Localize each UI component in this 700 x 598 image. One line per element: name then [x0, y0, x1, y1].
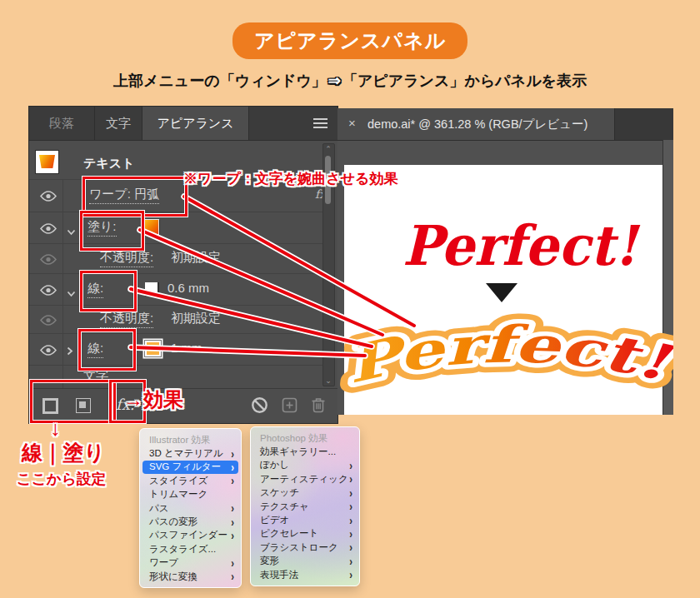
submenu-arrow-icon: ›	[349, 459, 352, 471]
submenu-arrow-icon: ›	[231, 461, 234, 473]
opacity-link[interactable]: 不透明度:	[100, 250, 153, 267]
submenu-arrow-icon: ›	[349, 541, 352, 554]
panel-tabbar: 段落 文字 アピアランス	[29, 107, 338, 141]
menu-item-convert-shape[interactable]: 形状に変換›	[140, 570, 241, 583]
document-tab-title: demo.ai* @ 361.28 % (RGB/プレビュー)	[368, 117, 588, 132]
arrow-right-icon: ⇒	[327, 72, 342, 89]
row-opacity[interactable]: 不透明度: 初期設定	[29, 305, 323, 334]
menu-item-texture[interactable]: テクスチャ›	[251, 500, 359, 513]
submenu-arrow-icon: ›	[231, 475, 234, 487]
stroke-width-value: 0.6 mm	[168, 281, 209, 295]
highlight-box-stroke2	[78, 329, 136, 371]
stroke-fill-note: 線｜塗り	[22, 439, 105, 466]
submenu-arrow-icon: ›	[349, 514, 352, 526]
menu-item-pixelate[interactable]: ピクセレート›	[251, 527, 359, 541]
menu-item-svg-filter[interactable]: SVG フィルター›	[142, 461, 238, 474]
eye-icon[interactable]	[40, 222, 57, 237]
submenu-arrow-icon: ›	[231, 516, 234, 528]
trash-icon[interactable]	[311, 396, 326, 416]
submenu-arrow-icon: ›	[231, 529, 234, 541]
row-stroke-2[interactable]: 線: 1 mm	[29, 333, 323, 366]
submenu-arrow-icon: ›	[349, 569, 352, 581]
menu-item-blur[interactable]: ぼかし›	[251, 459, 359, 472]
menu-item-path[interactable]: パス›	[140, 501, 241, 515]
submenu-arrow-icon: ›	[349, 555, 352, 567]
submenu-arrow-icon: ›	[231, 447, 234, 460]
object-title: テキスト	[83, 156, 134, 172]
tab-character[interactable]: 文字	[95, 107, 142, 140]
menu-item-video[interactable]: ビデオ›	[251, 513, 359, 526]
eye-icon[interactable]	[40, 344, 57, 359]
menu-item-distort[interactable]: 変形›	[251, 555, 359, 568]
highlight-box-stroke1	[80, 271, 137, 311]
chevron-right-icon[interactable]	[67, 344, 73, 359]
eye-icon-dim[interactable]	[40, 314, 57, 329]
tab-appearance[interactable]: アピアランス	[142, 107, 249, 140]
document-tab[interactable]: × demo.ai* @ 361.28 % (RGB/プレビュー)	[338, 108, 615, 140]
submenu-arrow-icon: ›	[349, 486, 352, 499]
menu-item-rasterize[interactable]: ラスタライズ...	[140, 542, 241, 556]
submenu-arrow-icon: ›	[349, 473, 352, 486]
opacity-value: 初期設定	[171, 311, 221, 326]
highlight-box-fill	[80, 211, 144, 251]
subtitle-post: 「アピアランス」からパネルを表示	[342, 72, 587, 89]
submenu-arrow-icon: ›	[349, 527, 352, 540]
menu-item-pathfinder[interactable]: パスファインダー›	[140, 529, 241, 542]
chevron-down-icon[interactable]	[67, 224, 76, 239]
menu-item-brush-strokes[interactable]: ブラシストローク›	[251, 541, 359, 554]
photoshop-effects-menu: Photoshop 効果 効果ギャラリー... ぼかし› アーティスティック› …	[250, 426, 360, 586]
appearance-panel: 段落 文字 アピアランス テキスト ワープ: 円弧 fx	[29, 107, 338, 423]
scroll-up-icon[interactable]: ⌃	[324, 145, 332, 153]
object-thumbnail	[36, 151, 58, 173]
stroke-width-value: 1 mm	[171, 341, 202, 355]
stroke-color-swatch[interactable]	[145, 282, 158, 295]
row-opacity[interactable]: 不透明度: 初期設定	[29, 243, 323, 274]
document-window: × demo.ai* @ 361.28 % (RGB/プレビュー)	[338, 108, 673, 415]
fill-color-swatch[interactable]	[144, 220, 158, 234]
menu-item-distort-path[interactable]: パスの変形›	[140, 515, 241, 528]
artboard	[344, 165, 662, 415]
menu-header: Illustrator 効果	[140, 433, 241, 446]
menu-item-effect-gallery[interactable]: 効果ギャラリー...	[251, 445, 359, 458]
scroll-down-icon[interactable]: ⌄	[324, 376, 332, 385]
menu-item-3d[interactable]: 3D とマテリアル›	[140, 446, 241, 460]
subtitle: 上部メニューの「ウィンドウ」⇒「アピアランス」からパネルを表示	[0, 71, 700, 91]
effect-note: →効果	[123, 386, 183, 413]
subtitle-pre: 上部メニューの「ウィンドウ」	[113, 72, 327, 89]
close-icon[interactable]: ×	[348, 116, 356, 130]
highlight-box-stroke-fill-buttons	[30, 380, 116, 423]
eye-icon[interactable]	[40, 284, 57, 299]
chevron-down-icon[interactable]	[67, 286, 76, 301]
menu-item-stylize-ps[interactable]: 表現手法›	[251, 568, 359, 581]
submenu-arrow-icon: ›	[231, 571, 234, 583]
menu-item-trim-marks[interactable]: トリムマーク	[140, 488, 241, 501]
document-scrollbar[interactable]	[662, 140, 673, 415]
menu-header: Photoshop 効果	[251, 431, 359, 445]
row-stroke-1[interactable]: 線: 0.6 mm	[29, 273, 323, 306]
clear-appearance-icon[interactable]	[251, 396, 268, 417]
submenu-arrow-icon: ›	[349, 501, 352, 513]
panel-menu-icon[interactable]	[313, 118, 328, 128]
eye-icon[interactable]	[40, 190, 57, 205]
eye-icon-dim[interactable]	[40, 253, 57, 268]
menu-item-sketch[interactable]: スケッチ›	[251, 486, 359, 500]
submenu-arrow-icon: ›	[231, 502, 234, 515]
tab-paragraph[interactable]: 段落	[29, 107, 95, 140]
document-tabbar: × demo.ai* @ 361.28 % (RGB/プレビュー)	[338, 108, 673, 141]
menu-item-warp[interactable]: ワープ›	[140, 556, 241, 570]
illustrator-effects-menu: Illustrator 効果 3D とマテリアル› SVG フィルター› スタイ…	[139, 428, 242, 588]
down-arrow-icon: ↓	[50, 416, 61, 441]
opacity-value: 初期設定	[171, 250, 221, 266]
page-title: アピアランスパネル	[232, 22, 468, 59]
stroke-color-swatch-selected[interactable]	[145, 341, 161, 356]
from-here-note: ここから設定	[17, 469, 106, 489]
warp-note: ※ワープ：文字を婉曲させる効果	[183, 169, 398, 188]
menu-item-artistic[interactable]: アーティスティック›	[251, 472, 359, 486]
tutorial-page: アピアランスパネル 上部メニューの「ウィンドウ」⇒「アピアランス」からパネルを表…	[0, 0, 700, 598]
menu-item-stylize[interactable]: スタイライズ›	[140, 474, 241, 487]
submenu-arrow-icon: ›	[231, 556, 234, 569]
opacity-link[interactable]: 不透明度:	[100, 311, 153, 328]
duplicate-item-icon[interactable]	[282, 397, 298, 416]
